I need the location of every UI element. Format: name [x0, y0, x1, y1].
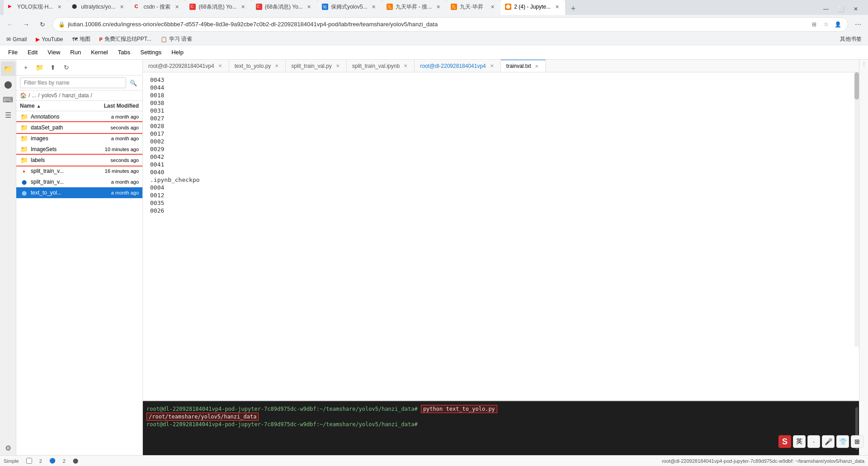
editor-content: 0043 0044 0018 0038 0031 0027 0028 0017 … [143, 72, 859, 401]
bookmark-icon[interactable]: ☆ [821, 20, 830, 29]
column-modified-header[interactable]: Last Modified [85, 103, 139, 109]
editor-scrollbar-thumb[interactable] [854, 72, 859, 100]
status-mode-toggle[interactable] [26, 458, 32, 464]
tab-close-68a[interactable]: ✕ [240, 3, 247, 10]
terminal-area[interactable]: root@dl-220928184041vp4-pod-jupyter-7c89… [143, 401, 859, 455]
tab-csdn[interactable]: C csdn - 搜索 ✕ [130, 0, 185, 15]
close-button[interactable]: ✕ [851, 5, 861, 13]
file-item-split-ipynb[interactable]: ⬤ split_train_v... a month ago [16, 176, 142, 187]
translate-toolbar-icon[interactable]: 英 [793, 435, 806, 448]
tab-close-bao[interactable]: ✕ [370, 3, 377, 10]
breadcrumb-home[interactable]: 🏠 [20, 92, 27, 99]
tab-jiu2[interactable]: 九 九天·毕昇 ✕ [446, 0, 500, 15]
bookmark-gmail[interactable]: ✉ Gmail [4, 35, 29, 43]
tab-jiu1[interactable]: 九 九天毕昇 - 搜... ✕ [382, 0, 447, 15]
right-sidebar-toggle[interactable]: ⋮ [859, 60, 868, 68]
new-folder-button[interactable]: 📁 [33, 62, 45, 73]
editor-tab-label-text-to-yolo: text_to_yolo.py [235, 63, 271, 69]
shirt-icon[interactable]: 👕 [836, 435, 849, 448]
mic-icon[interactable]: 🎤 [822, 435, 835, 448]
editor-tab-trainval[interactable]: trainval.txt ✕ [501, 60, 546, 72]
editor-tab-text-to-yolo[interactable]: text_to_yolo.py ✕ [229, 60, 286, 72]
filter-input[interactable] [20, 77, 126, 88]
tab-close-jiu1[interactable]: ✕ [434, 3, 442, 10]
tab-close-68b[interactable]: ✕ [306, 3, 313, 10]
menu-tabs[interactable]: Tabs [113, 47, 135, 57]
grid-icon[interactable]: ⊞ [851, 435, 863, 448]
tab-68b[interactable]: C (68条消息) Yo... ✕ [251, 0, 317, 15]
editor-tab-split-py[interactable]: split_train_val.py ✕ [286, 60, 346, 72]
breadcrumb-dots[interactable]: ... [32, 92, 36, 99]
bookmark-yuque[interactable]: 📋 学习 语雀 [158, 34, 195, 44]
menu-edit[interactable]: Edit [23, 47, 42, 57]
editor-tab-root2[interactable]: root@dl-220928184041vp4 ✕ [415, 60, 501, 72]
file-item-imagesets[interactable]: 📁 ImageSets 10 minutes ago [16, 144, 142, 155]
bookmark-youtube[interactable]: ▶ YouTube [33, 35, 66, 43]
bookmark-map[interactable]: 🗺 地图 [70, 34, 93, 44]
editor-tab-root1[interactable]: root@dl-220928184041vp4 ✕ [143, 60, 229, 72]
sidebar-filebrowser-button[interactable]: 📁 [1, 62, 15, 76]
file-icon-text-to-yolo: ⬤ [20, 189, 28, 197]
tab-bao[interactable]: 知 保姆式yolov5... ✕ [317, 0, 382, 15]
breadcrumb-yolov5[interactable]: yolov5 [42, 92, 57, 99]
editor-tab-close-root1[interactable]: ✕ [217, 63, 223, 69]
ppt-icon: P [99, 37, 103, 42]
other-bookmarks[interactable]: 其他书签 [837, 34, 864, 44]
file-browser-panel: + 📁 ⬆ ↻ 🔍 🏠 / ... / yolov5 / hanzi_data [16, 60, 143, 455]
bookmark-ppt[interactable]: P 免费汇报总结PPT... [97, 34, 154, 44]
dot-icon[interactable]: · [807, 435, 820, 448]
editor-tab-close-split-ipynb[interactable]: ✕ [402, 63, 409, 69]
menu-settings[interactable]: Settings [136, 47, 166, 57]
new-launcher-button[interactable]: + [20, 62, 32, 73]
sidebar-running-button[interactable]: ⬤ [1, 77, 15, 91]
file-item-annotations[interactable]: 📁 Annotations a month ago [16, 111, 142, 122]
tab-close-csdn[interactable]: ✕ [173, 3, 180, 10]
editor-tab-close-split-py[interactable]: ✕ [335, 63, 341, 69]
tab-close-jiu2[interactable]: ✕ [489, 3, 496, 10]
tab-close-yolo[interactable]: ✕ [56, 3, 63, 10]
tab-close-jupyter[interactable]: ✕ [553, 3, 561, 10]
profile-icon[interactable]: 👤 [833, 20, 842, 29]
upload-button[interactable]: ⬆ [47, 62, 59, 73]
editor-tab-close-root2[interactable]: ✕ [489, 63, 495, 69]
maximize-button[interactable]: ⬜ [835, 5, 847, 13]
menu-view[interactable]: View [43, 47, 65, 57]
reload-button[interactable]: ↻ [36, 18, 49, 31]
tab-yolo[interactable]: ▶ YOLO实现·H... ✕ [4, 0, 67, 15]
file-item-text-to-yolo[interactable]: ⬤ text_to_yol... a month ago [16, 187, 142, 198]
editor-tab-close-trainval[interactable]: ✕ [533, 63, 540, 69]
editor-tab-split-ipynb[interactable]: split_train_val.ipynb ✕ [347, 60, 415, 72]
tab-jupyter[interactable]: ⬤ 2 (4) - Jupyte... ✕ [500, 0, 565, 15]
sidebar-commands-button[interactable]: ⌨ [1, 92, 15, 107]
editor-scrollbar-track[interactable] [854, 72, 859, 347]
mode-toggle-checkbox[interactable] [26, 458, 32, 464]
file-item-dataset[interactable]: 📁 dataSet_path seconds ago [16, 122, 142, 133]
bookmark-youtube-label: YouTube [42, 36, 63, 43]
new-tab-button[interactable]: + [567, 2, 580, 15]
sougou-icon: S [778, 435, 791, 448]
tab-gh[interactable]: ⬤ ultralytics/yo... ✕ [67, 0, 130, 15]
column-name-header[interactable]: Name ▲ [20, 103, 85, 109]
refresh-button[interactable]: ↻ [61, 62, 72, 73]
back-button[interactable]: ← [4, 18, 16, 31]
editor-tab-close-text-to-yolo[interactable]: ✕ [274, 63, 280, 69]
file-item-labels[interactable]: 📁 labels seconds ago [16, 155, 142, 166]
address-bar[interactable]: 🔒 jiutian.10086.cn/edu/ingress-orion/ec6… [52, 17, 848, 32]
tab-68a[interactable]: C (68条消息) Yo... ✕ [185, 0, 251, 15]
forward-button[interactable]: → [20, 18, 33, 31]
breadcrumb-hanzi-data[interactable]: hanzi_data [62, 92, 89, 99]
file-modified-dataset: seconds ago [85, 125, 139, 130]
menu-file[interactable]: File [4, 47, 22, 57]
file-item-split-py[interactable]: ● split_train_v... 16 minutes ago [16, 166, 142, 176]
menu-kernel[interactable]: Kernel [86, 47, 113, 57]
sidebar-tabs-button[interactable]: ☰ [1, 108, 15, 122]
minimize-button[interactable]: — [821, 5, 831, 13]
menu-run[interactable]: Run [66, 47, 85, 57]
filter-search-icon[interactable]: 🔍 [128, 77, 139, 88]
translate-icon[interactable]: ⊞ [810, 20, 819, 29]
menu-help[interactable]: Help [167, 47, 188, 57]
extensions-button[interactable]: ⋯ [852, 18, 864, 31]
file-item-images[interactable]: 📁 images a month ago [16, 133, 142, 144]
tab-close-gh[interactable]: ✕ [118, 3, 125, 10]
sidebar-extensions-button[interactable]: ⚙ [1, 441, 15, 455]
